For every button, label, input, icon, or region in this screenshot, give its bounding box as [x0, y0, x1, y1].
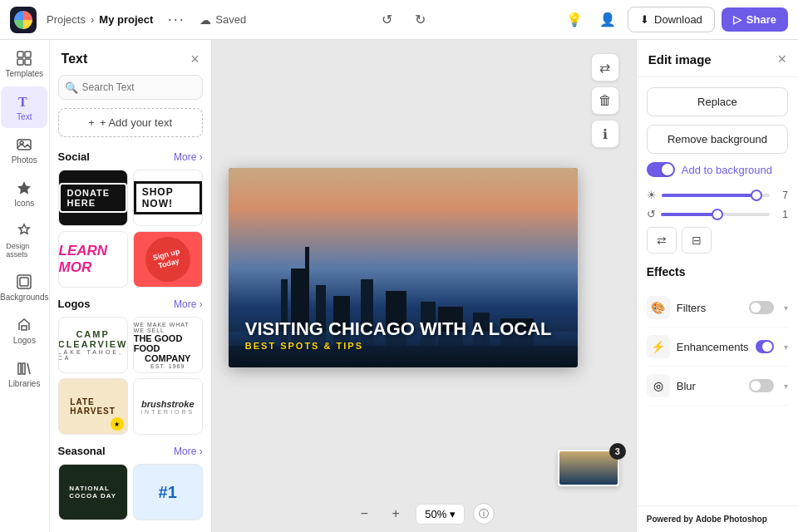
add-to-background-toggle[interactable]: [647, 162, 675, 177]
toggle-knob: [662, 164, 673, 175]
search-icon: 🔍: [65, 81, 78, 94]
svg-rect-5: [17, 140, 31, 150]
canvas-wrapper: VISITING CHICAGO WITH A LOCAL BEST SPOTS…: [212, 40, 636, 495]
info-button[interactable]: ℹ: [591, 120, 619, 148]
seasonal-cards: NATIONALCOCOA DAY #1: [58, 464, 203, 520]
enhancements-chevron[interactable]: ▾: [784, 342, 788, 352]
blur-toggle[interactable]: [749, 379, 774, 392]
social-card-shopnow[interactable]: SHOP NOW!: [133, 170, 203, 226]
download-button[interactable]: ⬇ Download: [628, 7, 715, 32]
brightness-track[interactable]: [662, 194, 770, 197]
powered-by-footer: Powered by Adobe Photoshop: [637, 505, 798, 532]
logo-card-goodfood[interactable]: WE MAKE WHAT WE SELL THE GOOD FOOD COMPA…: [133, 317, 203, 373]
logo-card-camp[interactable]: CAMP CLEARVIEW LAKE TAHOE, CA: [58, 317, 128, 373]
share-button[interactable]: ▷ Share: [722, 7, 788, 32]
sidebar-item-text[interactable]: T Text: [1, 86, 47, 128]
canvas-sub-text: BEST SPOTS & TIPS: [245, 341, 552, 351]
sidebar-item-templates[interactable]: Templates: [1, 43, 47, 85]
enhancements-toggle[interactable]: [756, 340, 775, 353]
canvas-text-overlay: VISITING CHICAGO WITH A LOCAL BEST SPOTS…: [245, 319, 552, 351]
sidebar-item-label: Templates: [5, 69, 43, 78]
canvas-frame[interactable]: VISITING CHICAGO WITH A LOCAL BEST SPOTS…: [229, 168, 578, 367]
logos-more-link[interactable]: More ›: [174, 298, 203, 310]
logos-title: Logos: [58, 298, 91, 310]
seasonal-card-number1[interactable]: #1: [133, 464, 203, 520]
seasonal-section-header: Seasonal More ›: [58, 445, 203, 457]
rotation-track[interactable]: [661, 213, 770, 216]
sidebar-item-label: Icons: [14, 199, 34, 208]
number1-text: #1: [159, 483, 177, 502]
add-text-button[interactable]: + + Add your text: [58, 108, 203, 137]
blur-row: ◎ Blur ▾: [647, 367, 788, 406]
social-more-link[interactable]: More ›: [174, 151, 203, 163]
blur-label: Blur: [677, 380, 742, 392]
enhancements-icon: ⚡: [647, 335, 670, 358]
sidebar-item-label: Design assets: [6, 242, 42, 259]
text-panel: Text × 🔍 + + Add your text Social More ›…: [50, 40, 212, 532]
text-panel-close[interactable]: ×: [190, 52, 200, 66]
remove-background-button[interactable]: Remove background: [647, 125, 788, 154]
rotate-icon: ↺: [647, 208, 656, 220]
right-panel-body: Replace Remove background Add to backgro…: [637, 77, 798, 505]
panel-scroll: Social More › DONATE HERE SHOP NOW! LEAR…: [50, 147, 211, 532]
add-to-background-label: Add to background: [682, 164, 772, 176]
logo-card-brushstroke[interactable]: brushstroke INTERIORS: [133, 378, 203, 435]
rotation-slider-row: ↺ 1: [647, 208, 788, 220]
zoom-level-selector[interactable]: 50% ▾: [416, 504, 465, 525]
logo-card-lateharvest[interactable]: LATEHARVEST ★: [58, 378, 128, 435]
undo-button[interactable]: ↺: [374, 7, 401, 33]
search-input[interactable]: [58, 75, 203, 100]
more-options-button[interactable]: ···: [163, 7, 190, 33]
flip-h-button[interactable]: ⇄: [647, 227, 677, 254]
right-panel-close[interactable]: ×: [778, 52, 787, 66]
enhancements-row: ⚡ Enhancements ▾: [647, 328, 788, 367]
breadcrumb-sep: ›: [91, 13, 94, 26]
thumbnail-strip: 3: [558, 450, 624, 489]
canvas-info-button[interactable]: ⓘ: [473, 503, 495, 525]
filters-toggle[interactable]: [749, 301, 774, 314]
people-button[interactable]: 👤: [594, 7, 621, 33]
seasonal-more-link[interactable]: More ›: [174, 446, 203, 457]
seasonal-card-cocoa[interactable]: NATIONALCOCOA DAY: [58, 464, 128, 520]
sidebar-item-backgrounds[interactable]: Backgrounds: [1, 267, 47, 308]
filters-chevron[interactable]: ▾: [784, 303, 788, 313]
sidebar-item-photos[interactable]: Photos: [1, 130, 47, 171]
chevron-down-icon: ▾: [450, 508, 456, 520]
slide-count-badge: 3: [609, 443, 626, 460]
blur-chevron[interactable]: ▾: [784, 382, 788, 391]
sidebar-item-label: Text: [17, 112, 32, 121]
saved-status: ☁ Saved: [200, 13, 246, 27]
seasonal-title: Seasonal: [58, 445, 106, 457]
social-card-signup[interactable]: Sign upToday: [133, 231, 203, 288]
add-icon: +: [88, 116, 95, 129]
svg-rect-9: [20, 278, 28, 286]
sidebar-item-libraries[interactable]: Libraries: [1, 353, 47, 395]
blur-icon: ◎: [647, 374, 670, 397]
canvas-main-text: VISITING CHICAGO WITH A LOCAL: [245, 319, 552, 339]
rotation-value: 1: [775, 209, 788, 220]
svg-rect-0: [17, 52, 23, 57]
zoom-out-button[interactable]: −: [352, 502, 376, 525]
brushstroke-content: brushstroke INTERIORS: [140, 399, 195, 415]
align-button[interactable]: ⊟: [682, 227, 712, 254]
sidebar-item-icons[interactable]: Icons: [1, 173, 47, 214]
projects-link[interactable]: Projects: [47, 13, 86, 26]
social-card-learnmore[interactable]: LEARN MOR: [58, 231, 128, 288]
flip-button[interactable]: ⇄: [591, 53, 619, 81]
replace-button[interactable]: Replace: [647, 87, 788, 116]
zoom-in-button[interactable]: +: [384, 502, 407, 525]
social-card-donate[interactable]: DONATE HERE: [58, 170, 128, 226]
sidebar-item-design-assets[interactable]: Design assets: [1, 216, 47, 265]
social-cards: DONATE HERE SHOP NOW! LEARN MOR Sign upT…: [58, 170, 203, 288]
delete-button[interactable]: 🗑: [591, 86, 619, 115]
camp-content: CAMP CLEARVIEW LAKE TAHOE, CA: [58, 329, 128, 361]
sidebar-item-logos[interactable]: Logos: [1, 310, 47, 352]
zoom-value: 50%: [425, 508, 446, 520]
premium-badge: ★: [111, 417, 124, 431]
filters-row: 🎨 Filters ▾: [647, 288, 788, 328]
effects-title: Effects: [647, 265, 788, 278]
redo-button[interactable]: ↻: [407, 7, 434, 33]
sidebar-item-label: Libraries: [8, 379, 40, 388]
magic-button[interactable]: 💡: [561, 7, 588, 33]
saved-label: Saved: [215, 13, 246, 26]
